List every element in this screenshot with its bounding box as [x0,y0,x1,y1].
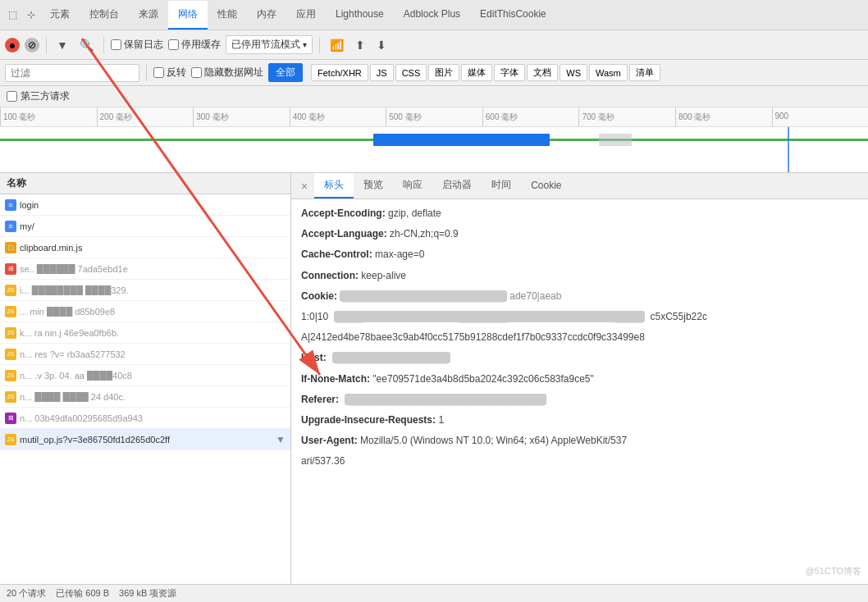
tab-network[interactable]: 网络 [168,1,208,30]
detail-tab-cookie[interactable]: Cookie [521,175,571,198]
tab-sources[interactable]: 来源 [129,1,168,30]
header-val-cookie-line3: A|2412ed4be78baee3c9ab4f0cc5175b91288cde… [301,331,645,343]
disable-cache-checkbox[interactable]: 停用缓存 [168,38,221,52]
download-icon[interactable]: ⬇ [373,37,390,53]
invert-input[interactable] [153,67,164,78]
req-name-6: ... min ████ d85b09e8 [20,307,286,317]
req-icon-clipboard: □ [5,242,16,253]
header-row-user-agent-2: ari/537.36 [301,454,858,469]
invert-label: 反转 [167,66,186,80]
header-row-cookie-2: 1:0|10 ████3013339|4:user|88:ha███████AC… [301,309,858,325]
detail-tabs: × 标头 预览 响应 启动器 时间 Cookie [291,173,868,199]
type-img[interactable]: 图片 [428,64,459,81]
tab-performance[interactable]: 性能 [208,1,247,30]
req-icon-11: ⊠ [5,413,16,424]
req-icon-4: ⊞ [5,263,16,275]
type-media[interactable]: 媒体 [461,64,492,81]
invert-checkbox[interactable]: 反转 [153,66,186,80]
tick-4: 400 毫秒 [290,107,386,126]
tab-lighthouse[interactable]: Lighthouse [326,2,394,28]
detail-tab-timing[interactable]: 时间 [482,173,521,198]
hide-data-url-checkbox[interactable]: 隐藏数据网址 [191,66,263,80]
filter-input[interactable] [5,64,139,82]
search-icon[interactable]: 🔍 [76,37,97,53]
tab-editcookie[interactable]: EditThisCookie [470,2,556,28]
type-js[interactable]: JS [370,64,394,81]
header-row-cookie-3: A|2412ed4be78baee3c9ab4f0cc5175b91288cde… [301,330,858,345]
upload-icon[interactable]: ⬆ [352,37,368,53]
wifi-icon[interactable]: 📶 [327,37,347,53]
request-item-5[interactable]: JS i... ████████ ████329. [0,280,290,301]
detail-tab-preview[interactable]: 预览 [354,173,393,198]
request-item-mutil[interactable]: JS mutil_op.js?v=3e86750fd1d265d0c2ff ▼ [0,429,290,450]
header-val-user-agent: Mozilla/5.0 (Windows NT 10.0; Win64; x64… [360,435,627,446]
header-key-connection: Connection: [301,270,359,281]
disable-cache-label: 停用缓存 [181,38,221,52]
tab-adblock[interactable]: Adblock Plus [394,2,470,28]
request-item-11[interactable]: ⊠ n... 03b49dfa00295685d9a943 [0,408,290,429]
filter-icon[interactable]: ▼ [53,37,71,53]
req-icon-5: JS [5,285,16,296]
request-item-7[interactable]: JS k... ra nin.j 46e9ea0fb6b. [0,322,290,344]
header-key-accept-encoding: Accept-Encoding: [301,208,386,219]
preserve-log-checkbox[interactable]: 保留日志 [111,38,163,52]
detail-tab-initiator[interactable]: 启动器 [432,173,482,198]
tab-application[interactable]: 应用 [286,1,326,30]
tick-6: 600 毫秒 [482,107,579,126]
tick-9: 900 [772,107,869,126]
third-party-checkbox[interactable]: 第三方请求 [7,89,70,103]
type-ws[interactable]: WS [560,64,587,81]
tab-icon-cursor[interactable]: ⊹ [22,2,40,27]
request-item-6[interactable]: JS ... min ████ d85b09e8 [0,301,290,322]
list-scroll-down-arrow[interactable]: ▼ [276,434,286,445]
req-icon-mutil: JS [5,434,16,445]
request-item-login[interactable]: ≡ login [0,194,290,216]
type-doc[interactable]: 文档 [527,64,558,81]
clear-button[interactable]: ⊘ [25,38,39,52]
third-party-input[interactable] [7,91,17,102]
type-css[interactable]: CSS [395,64,427,81]
filter-type-buttons: Fetch/XHR JS CSS 图片 媒体 字体 文档 WS Wasm 清单 [311,64,660,81]
main-area: 名称 ≡ login ≡ my/ □ clipboard.min.js ⊞ se… [0,173,868,602]
tab-memory[interactable]: 内存 [247,1,286,30]
third-party-label: 第三方请求 [21,89,70,103]
type-font[interactable]: 字体 [494,64,525,81]
detail-content: Accept-Encoding: gzip, deflate Accept-La… [291,199,868,602]
request-item-8[interactable]: JS n... res ?v= rb3aa5277532 [0,344,290,365]
tab-console[interactable]: 控制台 [80,1,129,30]
preserve-log-label: 保留日志 [124,38,163,52]
all-filter-button[interactable]: 全部 [268,63,303,82]
header-row-upgrade: Upgrade-Insecure-Requests: 1 [301,413,858,428]
header-key-referer: Referer: [301,394,339,405]
header-row-cookie: Cookie: ███████████████████████ ade70|ae… [301,289,858,304]
close-detail-button[interactable]: × [295,176,314,196]
req-icon-8: JS [5,349,16,360]
third-party-row: 第三方请求 [0,86,868,107]
filter-row: 反转 隐藏数据网址 全部 Fetch/XHR JS CSS 图片 媒体 字体 文… [0,60,868,86]
disable-cache-input[interactable] [168,39,179,50]
tab-icon-resize[interactable]: ⬚ [3,2,22,27]
type-manifest[interactable]: 清单 [629,64,660,81]
record-button[interactable]: ● [5,38,20,52]
tab-elements[interactable]: 元素 [40,1,80,30]
type-fetch-xhr[interactable]: Fetch/XHR [311,64,368,81]
request-item-4[interactable]: ⊞ se.. ██████ 7ada5ebd1e [0,258,290,280]
req-name-5: i... ████████ ████329. [20,285,286,295]
request-item-10[interactable]: JS n... ████ ████ 24 d40c. [0,386,290,408]
request-item-my[interactable]: ≡ my/ [0,216,290,237]
request-item-clipboard[interactable]: □ clipboard.min.js [0,237,290,258]
filter-separator [146,65,147,81]
toolbar-separator-2 [103,37,104,53]
throttle-select[interactable]: 已停用节流模式 ▾ [226,35,313,54]
preserve-log-input[interactable] [111,39,121,50]
detail-tab-headers[interactable]: 标头 [314,173,354,198]
request-item-9[interactable]: JS n... .v 3p. 04. aa ████40c8 [0,365,290,386]
header-val-cookie-blurred-1: ███████████████████████ [340,290,507,302]
header-key-cache-control: Cache-Control: [301,249,372,260]
type-wasm[interactable]: Wasm [589,64,628,81]
hide-data-url-input[interactable] [191,67,202,78]
header-val-if-none-match: "ee709571de3a4b8d5ba2024c392c06c583fa9ce… [372,373,593,385]
request-list[interactable]: ≡ login ≡ my/ □ clipboard.min.js ⊞ se.. … [0,194,290,602]
detail-tab-response[interactable]: 响应 [393,173,432,198]
header-val-cookie-2: ade70|aeab [509,290,561,302]
